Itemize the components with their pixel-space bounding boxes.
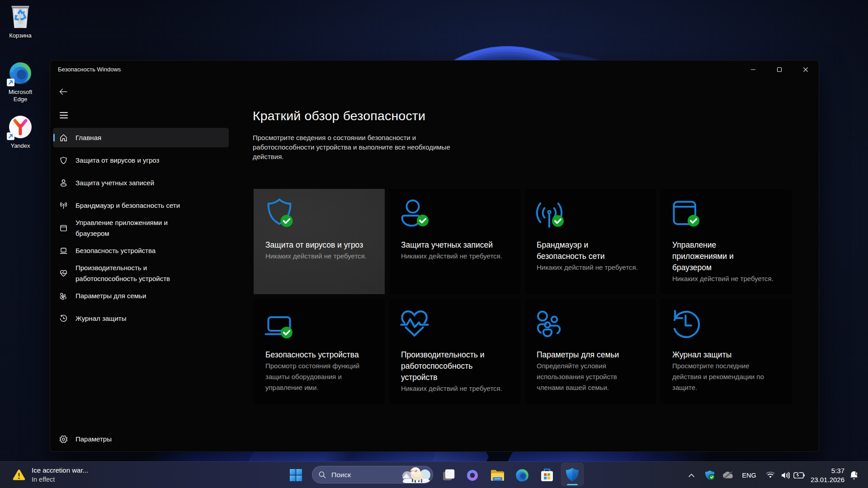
svg-text:z: z [856,471,858,475]
